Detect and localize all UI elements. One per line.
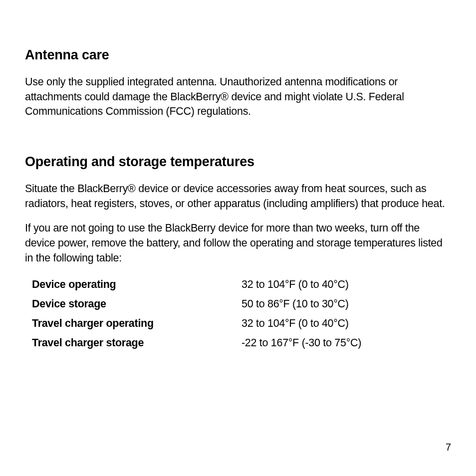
temp-label-travel-charger-operating: Travel charger operating [32, 317, 241, 330]
heading-antenna-care: Antenna care [25, 47, 451, 63]
table-row: Device storage 50 to 86°F (10 to 30°C) [32, 298, 451, 310]
paragraph-antenna-care: Use only the supplied integrated antenna… [25, 75, 451, 119]
table-row: Device operating 32 to 104°F (0 to 40°C) [32, 278, 451, 291]
table-row: Travel charger storage -22 to 167°F (-30… [32, 337, 451, 349]
temp-label-device-operating: Device operating [32, 278, 241, 291]
table-row: Travel charger operating 32 to 104°F (0 … [32, 317, 451, 330]
section-divider [25, 129, 451, 154]
temp-value-travel-charger-storage: -22 to 167°F (-30 to 75°C) [241, 337, 361, 349]
page-number: 7 [446, 442, 451, 453]
temp-value-device-operating: 32 to 104°F (0 to 40°C) [241, 278, 349, 291]
paragraph-temperatures-instructions: If you are not going to use the BlackBer… [25, 221, 451, 265]
heading-operating-storage-temperatures: Operating and storage temperatures [25, 154, 451, 170]
temp-label-travel-charger-storage: Travel charger storage [32, 337, 241, 349]
temperature-table: Device operating 32 to 104°F (0 to 40°C)… [25, 278, 451, 349]
paragraph-temperatures-intro: Situate the BlackBerry® device or device… [25, 182, 451, 211]
temp-value-device-storage: 50 to 86°F (10 to 30°C) [241, 298, 349, 310]
temp-label-device-storage: Device storage [32, 298, 241, 310]
temp-value-travel-charger-operating: 32 to 104°F (0 to 40°C) [241, 317, 349, 330]
